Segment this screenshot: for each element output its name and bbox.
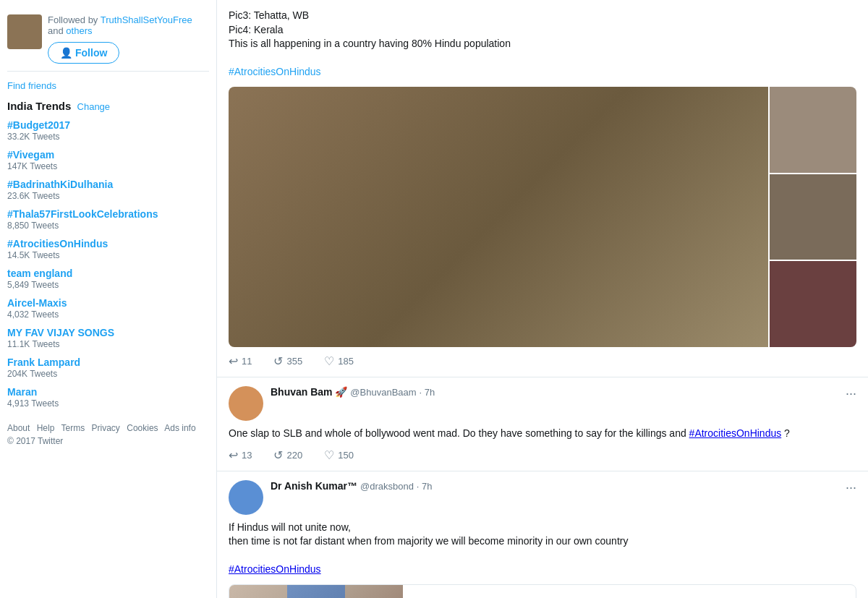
tweet-avatar-3 (229, 480, 263, 515)
trend-item-2: #BadrinathKiDulhania 23.6K Tweets (7, 179, 209, 201)
reply-count-2: 13 (242, 450, 252, 461)
tweet-card-2: Bhuvan Bam 🚀 @BhuvanBaam · 7h ··· One sl… (217, 377, 868, 471)
tweet-body-2: One slap to SLB and whole of bollywood w… (229, 427, 856, 441)
footer-link-privacy[interactable]: Privacy (92, 423, 120, 433)
trend-item-8: Frank Lampard 204K Tweets (7, 356, 209, 379)
trend-link-1[interactable]: #Vivegam (7, 149, 54, 161)
tweet-more-3[interactable]: ··· (846, 480, 856, 495)
followed-by-user1[interactable]: TruthShallSetYouFree (101, 14, 192, 25)
sidebar-avatar (7, 14, 42, 49)
footer-link-cookies[interactable]: Cookies (127, 423, 158, 433)
tweet-media-main (229, 87, 768, 347)
video-card-title: VIDEO:Kolkata Shahi Imam's fatwa again w… (403, 585, 787, 598)
tweet-media-side-2 (770, 174, 856, 260)
followed-by-text: Followed by TruthShallSetYouFree and oth… (48, 14, 209, 36)
find-friends-link[interactable]: Find friends (7, 80, 209, 91)
trend-link-8[interactable]: Frank Lampard (7, 356, 80, 368)
tweet-hashtag-2[interactable]: #AtrocitiesOnHindus (689, 427, 782, 439)
trend-item-5: team england 5,849 Tweets (7, 268, 209, 290)
like-count-1: 185 (338, 356, 354, 367)
tweet-line-2: Pic4: Kerala (229, 23, 856, 38)
followed-by-user2[interactable]: others (66, 25, 92, 36)
tweet-card-1: Pic3: Tehatta, WB Pic4: Kerala This is a… (217, 0, 868, 377)
trend-item-6: Aircel-Maxis 4,032 Tweets (7, 297, 209, 320)
trend-link-0[interactable]: #Budget2017 (7, 119, 70, 131)
trend-link-3[interactable]: #Thala57FirstLookCelebrations (7, 208, 158, 220)
reply-action-2[interactable]: ↩ 13 (229, 448, 252, 462)
retweet-count-1: 355 (286, 356, 302, 367)
video-thumb-1 (229, 585, 287, 598)
trend-tweets-8: 204K Tweets (7, 369, 209, 379)
footer-link-about[interactable]: About (7, 423, 30, 433)
trends-change-link[interactable]: Change (77, 101, 111, 112)
retweet-action-1[interactable]: ↺ 355 (273, 354, 302, 368)
tweet-card-3: Dr Anish Kumar™ @draksbond · 7h ··· If H… (217, 471, 868, 598)
trend-link-4[interactable]: #AtrocitiesOnHindus (7, 238, 108, 249)
retweet-action-2[interactable]: ↺ 220 (273, 448, 302, 462)
like-count-2: 150 (338, 450, 354, 461)
trend-tweets-1: 147K Tweets (7, 161, 209, 171)
reply-icon-2: ↩ (229, 448, 238, 462)
retweet-icon-1: ↺ (273, 354, 283, 368)
tweet-time-3: · 7h (417, 481, 433, 492)
footer-copyright: © 2017 Twitter (7, 436, 209, 446)
reply-action-1[interactable]: ↩ 11 (229, 354, 252, 368)
retweet-icon-2: ↺ (273, 448, 283, 462)
like-action-2[interactable]: ♡ 150 (324, 448, 354, 462)
like-action-1[interactable]: ♡ 185 (324, 354, 354, 368)
footer-links: About Help Terms Privacy Cookies Ads inf… (7, 423, 209, 446)
trend-link-7[interactable]: MY FAV VIJAY SONGS (7, 327, 114, 338)
tweet-author-2[interactable]: Bhuvan Bam 🚀 (271, 386, 347, 398)
follow-icon: 👤 (60, 47, 72, 59)
trends-section: India Trends Change #Budget2017 33.2K Tw… (7, 100, 209, 409)
trend-tweets-0: 33.2K Tweets (7, 132, 209, 142)
tweet-handle-2[interactable]: @BhuvanBaam (350, 387, 416, 398)
trend-link-9[interactable]: Maran (7, 386, 37, 398)
tweet-author-3[interactable]: Dr Anish Kumar™ (271, 480, 357, 492)
footer-link-ads-info[interactable]: Ads info (164, 423, 195, 433)
like-icon-2: ♡ (324, 448, 334, 462)
trend-tweets-7: 11.1K Tweets (7, 339, 209, 349)
video-thumb-3 (345, 585, 403, 598)
tweet-handle-3[interactable]: @draksbond (360, 481, 414, 492)
tweet-actions-1: ↩ 11 ↺ 355 ♡ 185 (229, 354, 856, 368)
trend-link-2[interactable]: #BadrinathKiDulhania (7, 179, 113, 190)
tweet-header-3: Dr Anish Kumar™ @draksbond · 7h ··· (229, 480, 856, 515)
video-card-images (229, 585, 403, 598)
trend-item-4: #AtrocitiesOnHindus 14.5K Tweets (7, 238, 209, 260)
trend-tweets-9: 4,913 Tweets (7, 398, 209, 409)
tweet-meta-3: Dr Anish Kumar™ @draksbond · 7h (271, 480, 838, 492)
trend-item-1: #Vivegam 147K Tweets (7, 149, 209, 171)
trends-list: #Budget2017 33.2K Tweets #Vivegam 147K T… (7, 119, 209, 409)
tweet-video-card-3[interactable]: VIDEO:Kolkata Shahi Imam's fatwa again w… (229, 584, 856, 598)
follow-button[interactable]: 👤 Follow (48, 42, 119, 64)
trend-link-5[interactable]: team england (7, 268, 72, 279)
trend-tweets-6: 4,032 Tweets (7, 309, 209, 320)
retweet-count-2: 220 (286, 450, 302, 461)
reply-icon-1: ↩ (229, 354, 238, 368)
tweet-line-1: Pic3: Tehatta, WB (229, 9, 856, 23)
trend-item-7: MY FAV VIJAY SONGS 11.1K Tweets (7, 327, 209, 349)
footer-link-help[interactable]: Help (37, 423, 55, 433)
tweet-time-2: · 7h (420, 387, 435, 398)
tweet-hashtag-1[interactable]: #AtrocitiesOnHindus (229, 66, 321, 77)
trend-item-3: #Thala57FirstLookCelebrations 8,850 Twee… (7, 208, 209, 231)
tweet-body-line-2: then time is not far distant when from m… (229, 534, 856, 549)
trend-item-9: Maran 4,913 Tweets (7, 386, 209, 409)
trend-item-0: #Budget2017 33.2K Tweets (7, 119, 209, 142)
tweet-hashtag-3[interactable]: #AtrocitiesOnHindus (229, 563, 321, 575)
tweet-more-2[interactable]: ··· (846, 386, 856, 401)
tweet-header-2: Bhuvan Bam 🚀 @BhuvanBaam · 7h ··· (229, 386, 856, 421)
footer-link-terms[interactable]: Terms (61, 423, 85, 433)
tweet-meta-2: Bhuvan Bam 🚀 @BhuvanBaam · 7h (271, 386, 838, 398)
tweet-text-1: Pic3: Tehatta, WB Pic4: Kerala This is a… (229, 9, 856, 80)
tweet-body-line-1: If Hindus will not unite now, (229, 521, 856, 535)
trends-header: India Trends Change (7, 100, 209, 112)
main-content: Pic3: Tehatta, WB Pic4: Kerala This is a… (217, 0, 868, 598)
tweet-media-side-3 (770, 261, 856, 347)
trend-tweets-5: 5,849 Tweets (7, 280, 209, 290)
video-thumb-2 (287, 585, 345, 598)
tweet-body-3: If Hindus will not unite now, then time … (229, 521, 856, 577)
tweet-line-3: This is all happening in a country havin… (229, 37, 856, 51)
trend-link-6[interactable]: Aircel-Maxis (7, 297, 67, 309)
